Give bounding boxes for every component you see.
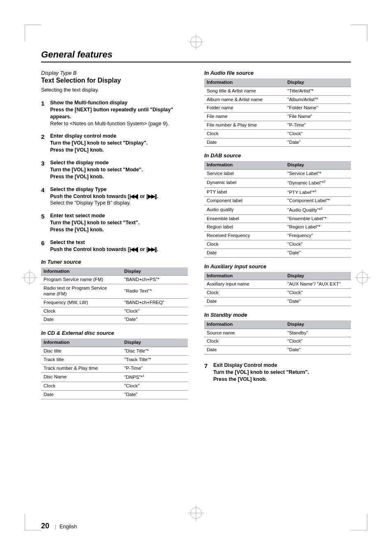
table-row: Received Frequency"Frequency" — [204, 232, 351, 240]
step-3: 3 Select the display mode Turn the [VOL]… — [41, 159, 188, 180]
display-cell: "Date" — [122, 315, 188, 324]
step-number: 3 — [41, 159, 47, 180]
display-cell: "Clock" — [122, 307, 188, 315]
table-row: Source name"Standby" — [204, 329, 351, 337]
table-row: Radio text or Program Service name (FM)"… — [41, 284, 188, 299]
info-cell: Date — [204, 346, 285, 355]
display-cell: "Standby" — [285, 329, 351, 337]
display-cell: "Track Title"* — [122, 355, 188, 364]
standby-table: Information Display Source name"Standby"… — [204, 320, 351, 355]
info-cell: Clock — [204, 129, 285, 138]
step-instruction: Press the [NEXT] button repeatedly until… — [50, 106, 188, 120]
display-cell: "Date" — [285, 297, 351, 306]
fast-forward-icon: ▶▶| — [148, 193, 155, 200]
table-row: File name"File Name" — [204, 113, 351, 121]
info-cell: Album name & Artist name — [204, 95, 285, 104]
info-cell: Clock — [204, 240, 285, 249]
info-cell: Clock — [204, 289, 285, 297]
step-number: 2 — [41, 133, 47, 154]
step-instruction: Turn the [VOL] knob to select "Display". — [50, 140, 188, 147]
table-row: Date"Date" — [204, 346, 351, 355]
registration-mark-icon — [190, 36, 202, 48]
fast-forward-icon: ▶▶| — [148, 246, 155, 253]
table-heading-tuner: In Tuner source — [41, 259, 188, 265]
info-cell: Track number & Play time — [41, 364, 122, 373]
table-row: Clock"Clock" — [41, 382, 188, 391]
display-cell: "P-Time" — [122, 364, 188, 373]
col-header: Information — [204, 78, 285, 87]
info-cell: Audio quality — [204, 205, 285, 215]
section-title: General features — [41, 49, 351, 62]
display-cell: "Component Label"* — [285, 197, 351, 205]
tuner-tbody: Program Service name (FM)"BAND+ch+PS"*Ra… — [41, 276, 188, 324]
info-cell: File number & Play time — [204, 121, 285, 129]
cd-table: Information Display Disc title"Disc Titl… — [41, 339, 188, 399]
info-cell: Radio text or Program Service name (FM) — [41, 284, 122, 299]
registration-mark-icon — [24, 272, 35, 283]
footer-separator: | — [55, 523, 56, 530]
display-cell: "Dynamic Label"*2 — [285, 178, 351, 187]
table-row: Folder name"Folder Name" — [204, 104, 351, 113]
language-label: English — [60, 523, 77, 530]
superscript: 2 — [324, 180, 325, 183]
right-column: In Audio file source Information Display… — [204, 70, 351, 399]
text: ] or [ — [137, 246, 148, 252]
col-header: Information — [204, 272, 285, 280]
content-area: General features Display Type B Text Sel… — [41, 49, 351, 530]
display-cell: "Date" — [285, 249, 351, 257]
info-cell: Date — [41, 315, 122, 324]
table-heading-aux: In Auxiliary input source — [204, 263, 351, 269]
table-row: Dynamic label"Dynamic Label"*2 — [204, 178, 351, 187]
table-row: Clock"Clock" — [41, 307, 188, 315]
info-cell: File name — [204, 113, 285, 121]
display-cell: "Clock" — [285, 129, 351, 138]
info-cell: Program Service name (FM) — [41, 276, 122, 284]
display-cell: "P-Time" — [285, 121, 351, 129]
info-cell: Date — [204, 138, 285, 147]
display-cell: "AUX Name"/ "AUX EXT" — [285, 280, 351, 289]
aux-tbody: Auxiliary input name"AUX Name"/ "AUX EXT… — [204, 280, 351, 306]
table-heading-cd: In CD & External disc source — [41, 330, 188, 336]
info-cell: Date — [204, 297, 285, 306]
text: Push the Control knob towards [ — [50, 193, 129, 199]
display-cell: "Clock" — [285, 289, 351, 297]
table-row: Clock"Clock" — [204, 129, 351, 138]
step-number: 5 — [41, 212, 47, 233]
info-cell: Dynamic label — [204, 178, 285, 187]
display-cell: "Clock" — [122, 382, 188, 391]
page: General features Display Type B Text Sel… — [0, 0, 392, 555]
text: ]. — [155, 246, 159, 252]
standby-tbody: Source name"Standby"Clock"Clock"Date"Dat… — [204, 329, 351, 354]
display-cell: "BAND+ch+FREQ" — [122, 298, 188, 307]
tuner-table: Information Display Program Service name… — [41, 267, 188, 325]
col-header: Display — [285, 161, 351, 169]
table-row: Audio quality"Audio Quality"*2 — [204, 205, 351, 215]
table-row: Disc title"Disc Title"* — [41, 347, 188, 356]
info-cell: Service label — [204, 170, 285, 178]
step-1: 1 Show the Multi-function display Press … — [41, 99, 188, 127]
table-heading-standby: In Standby mode — [204, 312, 351, 318]
display-cell: "Date" — [285, 346, 351, 355]
info-cell: Clock — [41, 382, 122, 391]
columns: Display Type B Text Selection for Displa… — [41, 70, 351, 399]
info-cell: Folder name — [204, 104, 285, 113]
page-footer: 20 | English — [41, 522, 77, 530]
crop-mark-icon — [351, 25, 367, 41]
text: Push the Control knob towards [ — [50, 246, 129, 252]
step-title: Select the display mode — [50, 159, 188, 166]
info-cell: Disc title — [41, 347, 122, 356]
col-header: Display — [285, 272, 351, 280]
display-cell: "Service Label"* — [285, 170, 351, 178]
display-cell: "Clock" — [285, 337, 351, 346]
info-cell: Region label — [204, 223, 285, 232]
step-title: Enter display control mode — [50, 133, 188, 140]
table-heading-dab: In DAB source — [204, 152, 351, 159]
step-5: 5 Enter text select mode Turn the [VOL] … — [41, 212, 188, 233]
step-instruction: Press the [VOL] knob. — [50, 173, 188, 180]
step-instruction: Press the [VOL] knob. — [50, 147, 188, 154]
step-number: 6 — [41, 239, 47, 253]
step-note: Refer to <Notes on Multi-function System… — [50, 120, 188, 127]
intro-text: Selecting the text display. — [41, 87, 188, 94]
table-row: Date"Date" — [204, 138, 351, 147]
table-row: Auxiliary input name"AUX Name"/ "AUX EXT… — [204, 280, 351, 289]
